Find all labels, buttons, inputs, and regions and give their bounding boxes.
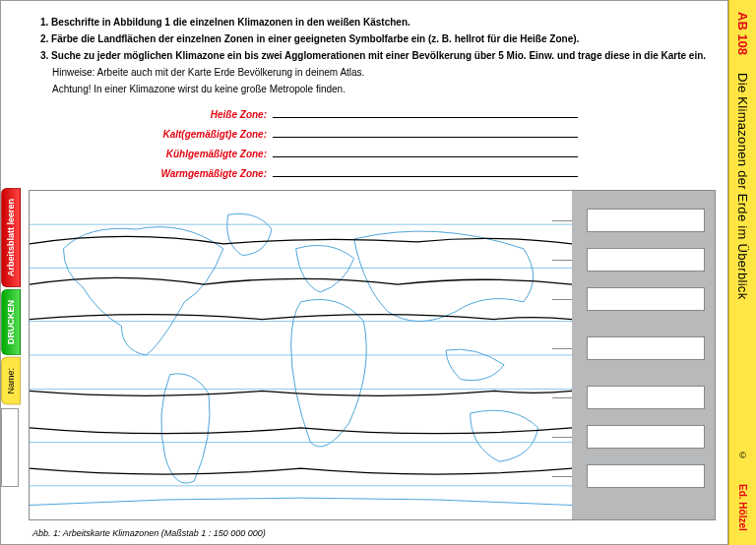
print-button[interactable]: DRUCKEN: [1, 289, 21, 355]
map-area: [29, 190, 716, 520]
zone-label-cold: Kalt(gemäßigt)e Zone:: [119, 127, 267, 142]
publisher-name: Ed. Hölzel: [737, 484, 748, 531]
answer-box-6[interactable]: [587, 425, 705, 449]
name-input[interactable]: [1, 408, 19, 487]
task-hint-1: Hinweise: Arbeite auch mit der Karte Erd…: [52, 65, 710, 80]
pointer-5: [552, 397, 572, 398]
copyright-symbol: ©: [738, 451, 748, 460]
zone-input-cold[interactable]: [273, 126, 578, 138]
zone-label-hot: Heiße Zone:: [119, 107, 267, 122]
answer-box-1[interactable]: [587, 209, 705, 232]
zone-label-cooltemp: Kühlgemäßigte Zone:: [119, 147, 267, 161]
world-map-svg: [30, 191, 572, 519]
pointer-1: [552, 220, 572, 221]
world-map: [30, 191, 572, 519]
zone-input-cooltemp[interactable]: [273, 146, 578, 157]
pointer-6: [552, 437, 572, 438]
task-hint-2: Achtung! In einer Klimazone wirst du kei…: [52, 82, 710, 96]
pointer-3: [552, 299, 572, 300]
task-2: 2. Färbe die Landflächen der einzelnen Z…: [40, 31, 710, 46]
figure-caption: Abb. 1: Arbeitskarte Klimazonen (Maßstab…: [32, 528, 266, 538]
worksheet-title: Die Klimazonen der Erde im Überblick: [735, 73, 750, 299]
answer-box-3[interactable]: [587, 287, 705, 311]
zone-row-hot: Heiße Zone:: [119, 106, 710, 122]
name-label: Name:: [1, 357, 21, 405]
answer-box-5[interactable]: [587, 386, 705, 409]
zone-label-warmtemp: Warmgemäßigte Zone:: [119, 166, 267, 181]
zone-row-warmtemp: Warmgemäßigte Zone:: [119, 165, 710, 181]
pointer-2: [552, 260, 572, 261]
task-1: 1. Beschrifte in Abbildung 1 die einzeln…: [40, 15, 710, 30]
answer-boxes-column: [572, 191, 715, 519]
tasks-block: 1. Beschrifte in Abbildung 1 die einzeln…: [1, 1, 727, 181]
zone-input-warmtemp[interactable]: [273, 165, 578, 177]
zones-fill-in: Heiße Zone: Kalt(gemäßigt)e Zone: Kühlge…: [119, 106, 710, 181]
answer-box-4[interactable]: [587, 336, 705, 360]
right-sidebar: AB 108 Die Klimazonen der Erde im Überbl…: [728, 0, 756, 545]
side-tabs: Arbeitsblatt leeren DRUCKEN Name:: [1, 188, 21, 487]
zone-row-cold: Kalt(gemäßigt)e Zone:: [119, 126, 710, 142]
answer-box-7[interactable]: [587, 464, 705, 488]
worksheet-code: AB 108: [735, 12, 750, 55]
zone-input-hot[interactable]: [273, 106, 578, 118]
answer-box-2[interactable]: [587, 248, 705, 272]
task-3: 3. Suche zu jeder möglichen Klimazone ei…: [40, 48, 710, 63]
clear-button[interactable]: Arbeitsblatt leeren: [1, 188, 21, 287]
pointer-7: [552, 476, 572, 477]
pointer-4: [552, 348, 572, 349]
zone-row-cooltemp: Kühlgemäßigte Zone:: [119, 146, 710, 161]
worksheet-page: 1. Beschrifte in Abbildung 1 die einzeln…: [0, 0, 728, 545]
